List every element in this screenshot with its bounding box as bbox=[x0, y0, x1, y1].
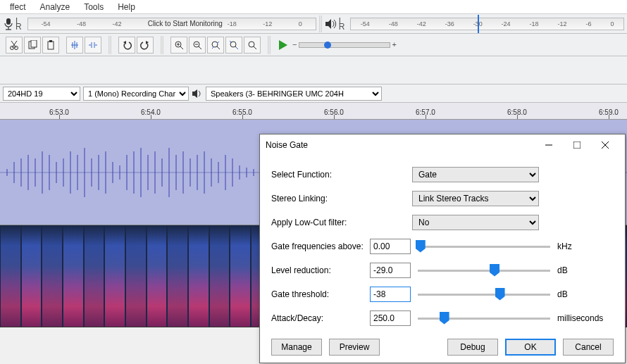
copy-button[interactable] bbox=[24, 37, 41, 54]
freq-unit: kHz bbox=[557, 241, 614, 251]
menu-effect[interactable]: ffect bbox=[3, 2, 32, 12]
ok-button[interactable]: OK bbox=[505, 339, 556, 356]
zoom-toggle-button[interactable] bbox=[244, 37, 261, 54]
play-speed-slider[interactable]: −+ bbox=[299, 42, 390, 48]
select-function-label: Select Function: bbox=[271, 170, 370, 180]
attack-input[interactable] bbox=[370, 310, 411, 326]
meter-row: LR -54 -48 -42 -18 -12 0 Click to Start … bbox=[0, 14, 627, 34]
low-cut-label: Apply Low-Cut filter: bbox=[271, 218, 370, 227]
timeline-ruler[interactable]: 6:53.0 6:54.0 6:55.0 6:56.0 6:57.0 6:58.… bbox=[0, 103, 627, 120]
meter-tick: -42 bbox=[113, 20, 122, 27]
menu-analyze[interactable]: Analyze bbox=[32, 2, 77, 12]
low-cut-dropdown[interactable]: No bbox=[412, 215, 539, 230]
menu-tools[interactable]: Tools bbox=[77, 2, 111, 12]
svg-line-30 bbox=[217, 46, 220, 49]
zoom-in-button[interactable] bbox=[170, 37, 187, 54]
fit-project-button[interactable] bbox=[225, 37, 242, 54]
cancel-button[interactable]: Cancel bbox=[563, 339, 614, 356]
meter-tick: -36 bbox=[445, 20, 454, 27]
svg-line-23 bbox=[180, 46, 183, 49]
speaker-icon bbox=[192, 89, 203, 99]
meter-tick: -18 bbox=[228, 20, 237, 27]
dialog-title: Noise Gate bbox=[266, 140, 535, 150]
svg-point-35 bbox=[249, 42, 254, 47]
manage-button[interactable]: Manage bbox=[271, 339, 322, 356]
close-button[interactable] bbox=[591, 135, 619, 155]
meter-tick: -18 bbox=[530, 20, 539, 27]
time-tick: 6:55.0 bbox=[232, 108, 252, 116]
debug-button[interactable]: Debug bbox=[447, 339, 498, 356]
edit-toolbar: −+ bbox=[0, 34, 627, 56]
meter-tick: -24 bbox=[502, 20, 511, 27]
attack-label: Attack/Decay: bbox=[271, 313, 370, 323]
threshold-label: Gate threshold: bbox=[271, 289, 370, 299]
stereo-linking-dropdown[interactable]: Link Stereo Tracks bbox=[412, 191, 539, 206]
time-tick: 6:58.0 bbox=[507, 108, 527, 116]
level-unit: dB bbox=[557, 265, 614, 275]
meter-tick: -12 bbox=[263, 20, 272, 27]
svg-line-36 bbox=[254, 46, 256, 49]
svg-rect-10 bbox=[48, 42, 54, 49]
input-device-select[interactable]: 204HD 19 bbox=[3, 87, 80, 101]
time-tick: 6:57.0 bbox=[416, 108, 435, 116]
svg-marker-3 bbox=[325, 19, 331, 29]
preview-button[interactable]: Preview bbox=[329, 339, 380, 356]
menu-help[interactable]: Help bbox=[111, 2, 142, 12]
svg-marker-37 bbox=[279, 40, 287, 50]
stereo-linking-label: Stereo Linking: bbox=[271, 194, 370, 203]
meter-tick: -12 bbox=[557, 20, 566, 27]
svg-rect-0 bbox=[6, 18, 11, 25]
meter-tick: -48 bbox=[389, 20, 398, 27]
attack-unit: milliseconds bbox=[557, 313, 614, 323]
speaker-icon: LR bbox=[322, 18, 348, 30]
cut-button[interactable] bbox=[6, 37, 23, 54]
time-tick: 6:54.0 bbox=[141, 108, 161, 116]
svg-line-27 bbox=[199, 46, 201, 49]
meter-tick: -6 bbox=[585, 20, 591, 27]
meter-tick: -48 bbox=[77, 20, 86, 27]
threshold-input[interactable] bbox=[370, 287, 411, 302]
svg-rect-78 bbox=[573, 142, 581, 149]
output-device-select[interactable]: Speakers (3- BEHRINGER UMC 204H bbox=[206, 87, 382, 101]
meter-tick: 0 bbox=[299, 20, 302, 27]
svg-rect-9 bbox=[31, 40, 37, 47]
svg-point-29 bbox=[212, 42, 218, 47]
svg-rect-11 bbox=[49, 40, 52, 42]
play-button[interactable] bbox=[275, 37, 292, 54]
attack-slider[interactable] bbox=[418, 311, 550, 325]
meter-tick: -54 bbox=[41, 20, 50, 27]
zoom-out-button[interactable] bbox=[189, 37, 206, 54]
trim-button[interactable] bbox=[66, 37, 83, 54]
meter-tick: -42 bbox=[417, 20, 426, 27]
select-function-dropdown[interactable]: Gate bbox=[412, 167, 539, 182]
mic-icon: LR bbox=[0, 18, 25, 30]
threshold-slider[interactable] bbox=[418, 287, 550, 301]
freq-label: Gate frequencies above: bbox=[271, 241, 370, 251]
level-label: Level reduction: bbox=[271, 265, 370, 275]
undo-button[interactable] bbox=[118, 37, 135, 54]
dialog-titlebar[interactable]: Noise Gate bbox=[260, 134, 625, 156]
redo-button[interactable] bbox=[137, 37, 154, 54]
recording-meter[interactable]: -54 -48 -42 -18 -12 0 Click to Start Mon… bbox=[27, 18, 316, 30]
freq-slider[interactable] bbox=[418, 239, 550, 253]
threshold-unit: dB bbox=[557, 289, 614, 299]
fit-selection-button[interactable] bbox=[207, 37, 224, 54]
freq-input[interactable] bbox=[370, 239, 411, 254]
paste-button[interactable] bbox=[42, 37, 59, 54]
minimize-button[interactable] bbox=[535, 135, 563, 155]
level-slider[interactable] bbox=[418, 263, 550, 277]
meter-tick: -54 bbox=[361, 20, 370, 27]
time-tick: 6:53.0 bbox=[49, 108, 69, 116]
silence-button[interactable] bbox=[85, 37, 101, 54]
time-tick: 6:59.0 bbox=[599, 108, 619, 116]
level-input[interactable] bbox=[370, 263, 411, 278]
svg-marker-38 bbox=[192, 89, 197, 98]
noise-gate-dialog: Noise Gate Select Function: Gate Stereo … bbox=[259, 134, 626, 363]
device-toolbar: 204HD 19 1 (Mono) Recording Char Speaker… bbox=[0, 84, 627, 103]
menubar: ffect Analyze Tools Help bbox=[0, 0, 627, 14]
monitor-hint[interactable]: Click to Start Monitoring bbox=[148, 20, 223, 27]
maximize-button[interactable] bbox=[563, 135, 591, 155]
channels-select[interactable]: 1 (Mono) Recording Char bbox=[83, 87, 189, 101]
playback-meter[interactable]: -54 -48 -42 -36 -30 -24 -18 -12 -6 0 bbox=[350, 18, 624, 30]
meter-tick: 0 bbox=[610, 20, 614, 27]
